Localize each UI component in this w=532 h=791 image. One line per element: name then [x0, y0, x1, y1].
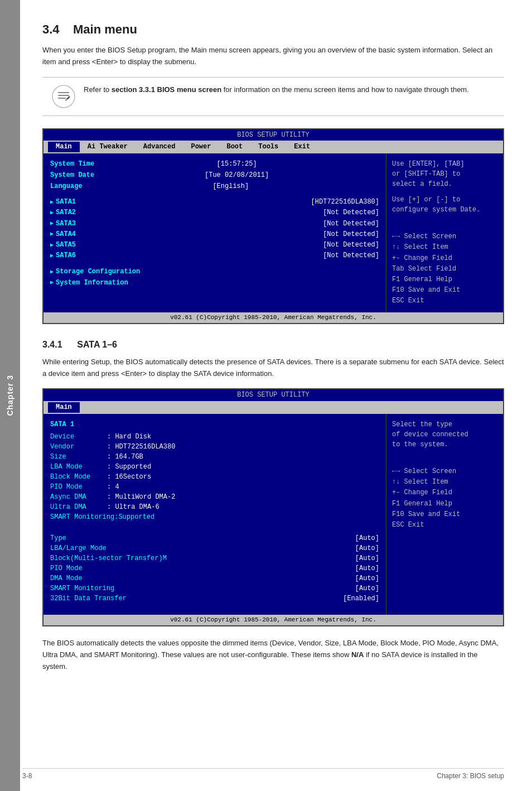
svg-point-0: [52, 85, 75, 108]
bios-menu-boot[interactable]: Boot: [219, 142, 250, 152]
bios-nav-change-field: +- Change Field: [392, 253, 497, 264]
note-text: Refer to section 3.3.1 BIOS menu screen …: [84, 84, 469, 96]
bios-ultra-val: : Ultra DMA-6: [107, 502, 159, 512]
bios-sata2-val: [Not Detected]: [323, 208, 379, 218]
bios-storage-config-item: ▶ Storage Configuration: [50, 267, 379, 277]
svg-rect-2: [58, 95, 69, 96]
bios-sata6-arrow: ▶: [50, 252, 54, 261]
subsection-num: 3.4.1: [42, 340, 62, 349]
bios-right-help1: Use [ENTER], [TAB] or [SHIFT-TAB] to sel…: [392, 159, 497, 189]
bios-pio-label: PIO Mode: [50, 482, 106, 492]
bios-nav-save-exit: F10 Save and Exit: [392, 285, 497, 296]
bios-sata5-item: ▶ SATA5 [Not Detected]: [50, 240, 379, 250]
note-bold: section 3.3.1 BIOS menu screen: [112, 85, 221, 94]
bios-sata-right-help: Select the type of device connected to t…: [392, 419, 497, 450]
note-before: Refer to: [84, 85, 112, 94]
bios-sata4-arrow: ▶: [50, 230, 54, 239]
bios-type-label: Type: [50, 533, 66, 543]
bios-sata4-item: ▶ SATA4 [Not Detected]: [50, 229, 379, 240]
bios-ultra-row: Ultra DMA : Ultra DMA-6: [50, 502, 379, 512]
bios-sata-footer: v02.61 (C)Copyright 1985-2010, American …: [43, 615, 503, 625]
bios-main-screen: BIOS SETUP UTILITY Main Ai Tweaker Advan…: [42, 128, 504, 324]
bios-nav-general-help: F1 General Help: [392, 274, 497, 285]
bios-menu-exit[interactable]: Exit: [286, 142, 318, 152]
bios-main-menubar: Main Ai Tweaker Advanced Power Boot Tool…: [43, 141, 503, 153]
bios-right-help2: Use [+] or [-] to configure system Date.: [392, 195, 497, 215]
bios-system-time-val: [15:57:25]: [217, 159, 257, 169]
bios-pio-mode-label: PIO Mode: [50, 563, 83, 573]
bios-sata1-item: ▶ SATA1 [HDT722516DLA380]: [50, 197, 379, 208]
bios-lba-val: : Supported: [107, 462, 151, 472]
bios-sata4-val: [Not Detected]: [323, 229, 379, 240]
page-footer: 3-8 Chapter 3: BIOS setup: [22, 768, 504, 780]
svg-rect-1: [58, 92, 69, 93]
bios-sata2-item: ▶ SATA2 [Not Detected]: [50, 208, 379, 218]
bios-sata2-label: SATA2: [56, 208, 76, 218]
bios-storage-arrow: ▶: [50, 268, 54, 277]
bios-sysinfo-arrow: ▶: [50, 278, 54, 287]
bios-sata-header: BIOS SETUP UTILITY: [43, 389, 503, 401]
bios-block-multi-label: Block(Multi-sector Transfer)M: [50, 553, 167, 563]
svg-marker-4: [66, 96, 70, 100]
bios-system-info-item: ▶ System Information: [50, 278, 379, 288]
bios-lba-large-val: [Auto]: [355, 543, 379, 553]
bios-help-line1: Use [ENTER], [TAB]: [392, 159, 497, 169]
bios-sata-screen: BIOS SETUP UTILITY Main SATA 1 Device : …: [42, 388, 504, 626]
bios-sata-left: SATA 1 Device : Hard Disk Vendor : HDT72…: [43, 414, 386, 615]
bios-async-label: Async DMA: [50, 492, 106, 502]
bios-sata-menu-main[interactable]: Main: [48, 402, 80, 413]
bios-block-label: Block Mode: [50, 472, 106, 482]
bios-sata-nav-general-help: F1 General Help: [392, 499, 497, 509]
bios-menu-aitweaker[interactable]: Ai Tweaker: [80, 142, 136, 152]
bios-sata-help1: Select the type: [392, 419, 497, 430]
bios-menu-tools[interactable]: Tools: [250, 142, 286, 152]
bios-dma-mode-label: DMA Mode: [50, 573, 83, 583]
bios-sata-help3: to the system.: [392, 440, 497, 450]
bios-lba-large-label: LBA/Large Mode: [50, 543, 107, 553]
bios-smart-mon-row: SMART Monitoring [Auto]: [50, 583, 379, 594]
bios-vendor-val: : HDT722516DLA380: [107, 442, 175, 452]
bios-sata6-val: [Not Detected]: [323, 250, 379, 261]
bios-main-right: Use [ENTER], [TAB] or [SHIFT-TAB] to sel…: [386, 153, 503, 312]
bios-sata-nav-change-field: +- Change Field: [392, 488, 497, 498]
bios-menu-main[interactable]: Main: [48, 142, 80, 152]
bios-help-line2: or [SHIFT-TAB] to: [392, 169, 497, 179]
bios-sata6-label: SATA6: [56, 250, 76, 261]
bios-language-val: [English]: [212, 181, 249, 191]
bios-sata-title: SATA 1: [50, 419, 379, 430]
bios-sata-info-group: Device : Hard Disk Vendor : HDT722516DLA…: [50, 432, 379, 522]
bios-smart-row: SMART Monitoring:Supported: [50, 512, 379, 522]
bios-auto-note: The BIOS automatically detects the value…: [42, 638, 504, 672]
bios-nav-exit: ESC Exit: [392, 296, 497, 306]
bios-menu-power[interactable]: Power: [183, 142, 219, 152]
bios-device-row: Device : Hard Disk: [50, 432, 379, 442]
bios-system-group: System Time [15:57:25] System Date [Tue …: [50, 159, 379, 191]
bios-device-val: : Hard Disk: [107, 432, 151, 442]
bios-sata5-val: [Not Detected]: [323, 240, 379, 250]
bios-sata-help2: of device connected: [392, 430, 497, 440]
bios-nav-select-item: ↑↓ Select Item: [392, 242, 497, 253]
note-icon: [51, 84, 76, 109]
footer-left: 3-8: [22, 772, 32, 780]
bios-dma-mode-row: DMA Mode [Auto]: [50, 573, 379, 583]
bios-sata6-item: ▶ SATA6 [Not Detected]: [50, 250, 379, 261]
bios-sata-config-group: Type [Auto] LBA/Large Mode [Auto] Block(…: [50, 533, 379, 604]
page-container: Chapter 3 3.4 Main menu When you enter t…: [0, 0, 532, 791]
bios-system-date-row: System Date [Tue 02/08/2011]: [50, 170, 379, 180]
bios-language-label: Language: [50, 181, 83, 191]
note-after: for information on the menu screen items…: [221, 85, 469, 94]
bios-smart-mon-label: SMART Monitoring: [50, 583, 114, 594]
chapter-label: Chapter 3: [6, 375, 14, 416]
bios-help-line4: Use [+] or [-] to: [392, 195, 497, 205]
bios-pio-val: : 4: [107, 482, 119, 492]
bios-lba-row: LBA Mode : Supported: [50, 462, 379, 472]
note-box: Refer to section 3.3.1 BIOS menu screen …: [42, 77, 504, 116]
bios-sata-menubar: Main: [43, 401, 503, 414]
svg-line-5: [66, 99, 66, 101]
bios-help-line5: configure system Date.: [392, 205, 497, 215]
section-heading: Main menu: [73, 22, 137, 36]
bios-menu-advanced[interactable]: Advanced: [136, 142, 183, 152]
bios-block-multi-val: [Auto]: [355, 553, 379, 563]
bios-system-date-val: [Tue 02/08/2011]: [205, 170, 269, 180]
bios-pio-row: PIO Mode : 4: [50, 482, 379, 492]
